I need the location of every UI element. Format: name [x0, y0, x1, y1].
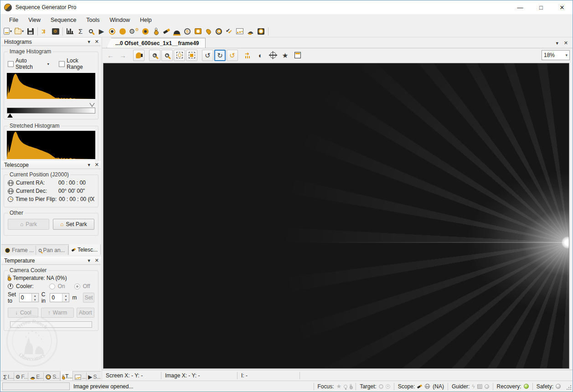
tab-frame-and-focus[interactable]: Frame ... — [2, 246, 36, 255]
tab-filters[interactable]: ⚙ F... — [14, 372, 28, 382]
maximize-button[interactable]: □ — [531, 0, 552, 14]
rotator-button[interactable]: S — [182, 26, 193, 36]
temperature-panel-header[interactable]: Temperature ▼ ✕ — [1, 257, 101, 265]
black-point-handle[interactable] — [7, 113, 13, 118]
zoom-level-value: 18% — [544, 52, 555, 58]
spin-up-icon[interactable]: ▲ — [32, 294, 38, 298]
cooler-on-radio[interactable] — [49, 284, 55, 289]
image-viewport[interactable] — [103, 63, 569, 369]
minimize-button[interactable]: — — [510, 0, 531, 14]
spin-down-icon[interactable]: ▼ — [32, 298, 38, 302]
park-button[interactable]: ⌂ Park — [8, 219, 49, 230]
set-temperature-spinner[interactable]: ▲▼ — [19, 293, 39, 302]
environment-button[interactable]: ☁ — [245, 26, 256, 36]
panel-close-icon[interactable]: ✕ — [95, 258, 99, 263]
set-button[interactable]: Set — [83, 293, 94, 303]
image-gear-icon: ⚙ — [52, 28, 59, 35]
history-forward-button[interactable]: → — [117, 50, 129, 61]
align-targets-button[interactable] — [40, 26, 50, 36]
auto-refresh-button[interactable]: ↺ — [227, 50, 238, 61]
crossed-arrows-icon — [41, 28, 48, 34]
resize-grip[interactable] — [565, 385, 572, 391]
duration-input[interactable] — [50, 294, 62, 302]
stretch-toggle-button[interactable] — [133, 50, 145, 61]
graphs-button[interactable] — [235, 26, 245, 36]
open-sequence-button[interactable]: ▾ — [13, 26, 25, 36]
menu-window[interactable]: Window — [105, 15, 135, 25]
camera-button[interactable] — [107, 26, 117, 36]
tab-graphs[interactable]: ... — [73, 372, 87, 382]
document-tab-strip: ...0 Ofset_600sec_1x1__frame49 ▼ ✕ — [102, 37, 573, 48]
history-back-button[interactable]: ← — [105, 50, 116, 61]
histograms-panel-header[interactable]: Histograms ▼ ✕ — [1, 38, 101, 46]
histogram-button[interactable] — [65, 26, 75, 36]
menu-sequence[interactable]: Sequence — [46, 15, 81, 25]
lock-range-checkbox[interactable] — [59, 61, 65, 67]
cooler-off-radio[interactable] — [74, 284, 80, 289]
focuser-button[interactable] — [140, 26, 151, 36]
tab-list-icon[interactable]: ▼ — [555, 41, 559, 46]
side-panel-button[interactable] — [292, 50, 303, 61]
auto-stretch-checkbox[interactable] — [8, 61, 14, 67]
set-temperature-input[interactable] — [20, 294, 31, 302]
menu-tools[interactable]: Tools — [81, 15, 104, 25]
rotate-ccw-icon: ↺ — [205, 52, 211, 59]
plate-solve-button[interactable] — [86, 26, 96, 36]
contrast-button[interactable]: ◐ — [255, 50, 266, 61]
new-sequence-button[interactable]: ▾ — [2, 26, 13, 36]
panel-menu-icon[interactable]: ▼ — [87, 258, 91, 263]
telescope-panel-header[interactable]: Telescope ▼ ✕ — [1, 161, 101, 169]
save-sequence-button[interactable] — [25, 26, 36, 36]
flat-panel-button[interactable] — [193, 26, 203, 36]
observatory-settings-button[interactable] — [256, 26, 266, 36]
checklist-button[interactable] — [224, 26, 235, 36]
tab-sequence[interactable]: ▶ S... — [87, 372, 101, 382]
centering-target-button[interactable] — [214, 26, 224, 36]
menu-file[interactable]: File — [4, 15, 23, 25]
zoom-to-fit-button[interactable] — [174, 50, 185, 61]
stretch-slider — [7, 104, 95, 116]
chevron-down-icon[interactable]: ▾ — [47, 62, 49, 66]
close-button[interactable]: ✕ — [552, 0, 573, 14]
dome-button[interactable] — [172, 26, 182, 36]
tab-telescope[interactable]: Telesc... — [68, 244, 101, 255]
zoom-selection-button[interactable] — [186, 50, 197, 61]
telescope-button[interactable] — [161, 26, 172, 36]
filter-wheel-button[interactable] — [117, 26, 128, 36]
panel-close-icon[interactable]: ✕ — [95, 162, 99, 168]
spin-up-icon[interactable]: ▲ — [62, 294, 69, 298]
auto-stretch-button[interactable] — [243, 50, 254, 61]
app-window: Sequence Generator Pro — □ ✕ File View S… — [0, 0, 573, 392]
menu-help[interactable]: Help — [135, 15, 157, 25]
duration-spinner[interactable]: ▲▼ — [50, 293, 69, 302]
tab-environment[interactable]: ☁ E... — [28, 372, 44, 382]
star-metrics-button[interactable]: ★ — [279, 50, 291, 61]
zoom-level-dropdown[interactable]: 18% ▾ — [542, 50, 570, 60]
crosshair-button[interactable] — [267, 50, 279, 61]
image-document-tab[interactable]: ...0 Ofset_600sec_1x1__frame49 — [107, 38, 206, 48]
zoom-out-button[interactable] — [161, 50, 173, 61]
globe-icon — [425, 384, 430, 389]
document-close-icon[interactable]: ✕ — [564, 40, 568, 46]
tab-scope-centering[interactable]: S... — [44, 372, 60, 382]
spin-down-icon[interactable]: ▼ — [62, 298, 69, 302]
panel-menu-icon[interactable]: ▼ — [87, 163, 91, 167]
menu-view[interactable]: View — [23, 15, 46, 25]
run-sequence-button[interactable]: ▶ — [96, 26, 107, 36]
abort-button[interactable]: Abort — [77, 308, 94, 318]
image-settings-button[interactable]: ⚙ — [50, 26, 61, 36]
dew-heater-button[interactable] — [203, 26, 214, 36]
zoom-in-button[interactable] — [149, 50, 160, 61]
rotate-cw-button[interactable]: ↻ — [214, 50, 226, 61]
white-point-handle[interactable] — [89, 103, 95, 107]
tab-temperature[interactable]: T... — [60, 371, 72, 382]
tab-image-statistics[interactable]: Σ I... — [2, 372, 14, 382]
statistics-button[interactable]: Σ — [75, 26, 86, 36]
equipment-gears-button[interactable]: ⚙⚙ — [128, 26, 140, 36]
panel-menu-icon[interactable]: ▼ — [87, 40, 91, 44]
temperature-button[interactable] — [151, 26, 161, 36]
rotate-ccw-button[interactable]: ↺ — [202, 50, 213, 61]
set-park-button[interactable]: ⌂ Set Park — [53, 219, 94, 230]
panel-close-icon[interactable]: ✕ — [95, 39, 99, 45]
tab-pan-and-zoom[interactable]: Pan an... — [36, 246, 68, 255]
